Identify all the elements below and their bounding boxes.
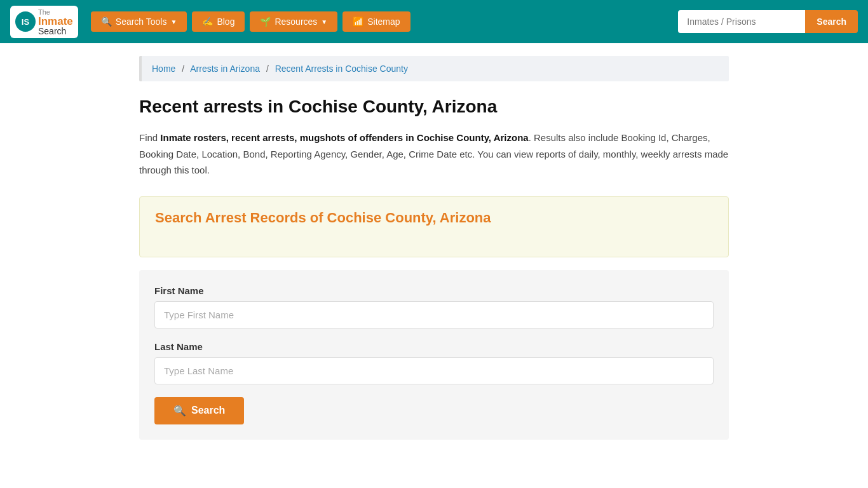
svg-text:IS: IS — [22, 17, 30, 27]
nav-search-input[interactable] — [678, 10, 805, 33]
breadcrumb-sep-1: / — [182, 64, 184, 74]
search-form-card: First Name Last Name 🔍 Search — [139, 270, 729, 440]
last-name-input[interactable] — [154, 357, 714, 384]
description-intro: Find — [139, 132, 160, 143]
search-submit-button[interactable]: 🔍 Search — [154, 397, 244, 424]
breadcrumb: Home / Arrests in Arizona / Recent Arres… — [139, 56, 729, 81]
search-tools-button[interactable]: 🔍 Search Tools ▼ — [91, 11, 187, 32]
last-name-label: Last Name — [154, 341, 714, 352]
sitemap-label: Sitemap — [367, 17, 400, 27]
blog-button[interactable]: ✍ Blog — [192, 11, 245, 32]
search-tools-label: Search Tools — [116, 17, 167, 27]
logo-box: IS The Inmate Search — [10, 6, 78, 38]
nav-search-btn-label: Search — [817, 17, 846, 27]
breadcrumb-arrests-az-link[interactable]: Arrests in Arizona — [190, 64, 260, 74]
search-section-title: Search Arrest Records of Cochise County,… — [155, 210, 713, 226]
logo-text: The Inmate Search — [38, 8, 73, 36]
resources-icon: 🌱 — [260, 17, 271, 27]
breadcrumb-sep-2: / — [266, 64, 269, 74]
search-tools-arrow-icon: ▼ — [170, 18, 177, 25]
nav-search-wrap: Search — [678, 10, 858, 33]
page-description: Find Inmate rosters, recent arrests, mug… — [139, 130, 729, 179]
main-content: Home / Arrests in Arizona / Recent Arres… — [129, 43, 739, 465]
first-name-group: First Name — [154, 285, 714, 329]
breadcrumb-current-link[interactable]: Recent Arrests in Cochise County — [275, 64, 408, 74]
sitemap-button[interactable]: 📶 Sitemap — [342, 11, 410, 32]
search-submit-icon: 🔍 — [173, 405, 186, 417]
resources-button[interactable]: 🌱 Resources ▼ — [250, 11, 337, 32]
logo-icon: IS — [15, 11, 36, 32]
nav-search-button[interactable]: Search — [805, 10, 858, 33]
search-tools-icon: 🔍 — [101, 17, 112, 27]
last-name-group: Last Name — [154, 341, 714, 384]
search-submit-label: Search — [191, 405, 225, 416]
breadcrumb-home-link[interactable]: Home — [152, 64, 175, 74]
description-bold: Inmate rosters, recent arrests, mugshots… — [160, 132, 528, 143]
navbar: IS The Inmate Search 🔍 Search Tools ▼ ✍ … — [0, 0, 868, 43]
search-section: Search Arrest Records of Cochise County,… — [139, 196, 729, 257]
sitemap-icon: 📶 — [353, 17, 363, 27]
logo-link[interactable]: IS The Inmate Search — [10, 6, 78, 38]
first-name-label: First Name — [154, 285, 714, 296]
resources-label: Resources — [275, 17, 317, 27]
blog-label: Blog — [217, 17, 234, 27]
page-title: Recent arrests in Cochise County, Arizon… — [139, 97, 729, 117]
first-name-input[interactable] — [154, 301, 714, 329]
blog-icon: ✍ — [202, 17, 213, 27]
resources-arrow-icon: ▼ — [321, 18, 327, 25]
